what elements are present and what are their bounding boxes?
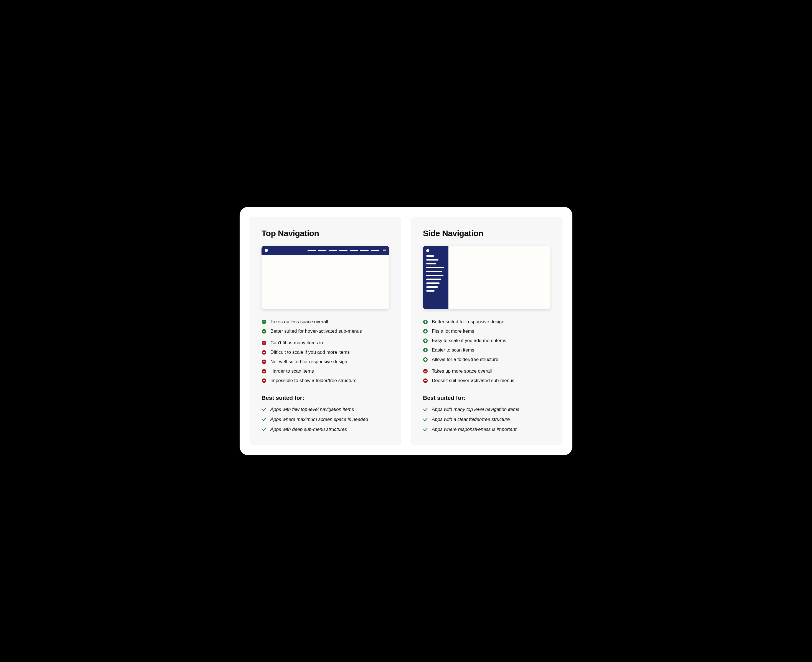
illustration-sidebar (423, 246, 448, 309)
pro-text: Takes up less space overall (270, 319, 328, 325)
con-text: Can't fit as many items in (270, 340, 323, 346)
best-suited-list: Apps with many top level navigation item… (423, 407, 550, 432)
best-suited-list: Apps with few top-level navigation items… (262, 407, 389, 432)
nav-item-placeholder (318, 250, 326, 251)
logo-dot-icon (265, 249, 268, 252)
best-item: Apps with few top-level navigation items (262, 407, 389, 412)
best-text: Apps where maximum screen space is neede… (270, 417, 368, 422)
pro-text: Allows for a folder/tree structure (432, 357, 498, 362)
minus-circle-icon (262, 341, 266, 345)
side-nav-illustration (423, 246, 550, 309)
pro-item: Takes up less space overall (262, 319, 389, 325)
con-text: Difficult to scale if you add more items (270, 350, 350, 355)
nav-item-placeholder (329, 250, 337, 251)
pro-item: Fits a lot more items (423, 328, 550, 334)
pros-group: Better suited for responsive design Fits… (423, 319, 550, 362)
hamburger-icon (383, 249, 386, 252)
best-item: Apps with many top level navigation item… (423, 407, 550, 412)
plus-circle-icon (423, 319, 428, 325)
con-item: Doesn't suit hover-activated sub-menus (423, 378, 550, 384)
nav-item-placeholder (426, 267, 444, 268)
best-item: Apps where responsiveness is important (423, 427, 550, 432)
best-text: Apps with few top-level navigation items (270, 407, 354, 412)
nav-item-placeholder (426, 278, 441, 280)
best-text: Apps where responsiveness is important (432, 427, 517, 432)
con-item: Difficult to scale if you add more items (262, 350, 389, 355)
cons-group: Can't fit as many items in Difficult to … (262, 340, 389, 384)
pro-item: Better suited for hover-activated sub-me… (262, 328, 389, 334)
top-navigation-card: Top Navigation Takes up less space (250, 217, 401, 445)
best-item: Apps with a clear folder/tree structure (423, 417, 550, 422)
side-navigation-card: Side Navigation Better sui (411, 217, 562, 445)
nav-item-placeholder (426, 263, 436, 264)
logo-dot-icon (426, 249, 429, 252)
pro-text: Better suited for hover-activated sub-me… (270, 328, 362, 334)
nav-item-placeholder (426, 259, 438, 260)
nav-item-placeholder (426, 283, 440, 284)
con-item: Impossible to show a folder/tree structu… (262, 378, 389, 384)
nav-item-placeholder (308, 250, 316, 251)
plus-circle-icon (262, 319, 266, 325)
pro-text: Better suited for responsive design (432, 319, 504, 325)
pro-text: Easier to scan items (432, 347, 474, 353)
nav-item-placeholder (426, 275, 443, 276)
illustration-navbar (262, 246, 389, 255)
svg-rect-9 (263, 371, 265, 371)
pros-group: Takes up less space overall Better suite… (262, 319, 389, 334)
illustration-body (262, 255, 389, 309)
pros-cons-list: Takes up less space overall Better suite… (262, 319, 389, 384)
minus-circle-icon (262, 350, 266, 355)
check-icon (262, 427, 266, 432)
con-text: Takes up more space overall (432, 368, 492, 374)
nav-item-placeholder (426, 286, 438, 288)
plus-circle-icon (423, 348, 428, 353)
minus-circle-icon (262, 378, 266, 383)
check-icon (262, 407, 266, 412)
pros-cons-list: Better suited for responsive design Fits… (423, 319, 550, 384)
con-item: Can't fit as many items in (262, 340, 389, 346)
svg-rect-5 (263, 352, 265, 353)
pro-text: Fits a lot more items (432, 328, 474, 334)
con-item: Takes up more space overall (423, 368, 550, 374)
svg-rect-20 (424, 381, 427, 381)
pro-text: Easy to scale if you add more items (432, 338, 506, 344)
best-item: Apps where maximum screen space is neede… (262, 417, 389, 422)
con-text: Doesn't suit hover-activated sub-menus (432, 378, 514, 384)
pro-item: Easy to scale if you add more items (423, 338, 550, 344)
svg-rect-11 (263, 381, 265, 381)
cons-group: Takes up more space overall Doesn't suit… (423, 368, 550, 384)
best-item: Apps with deep sub-menu structures (262, 427, 389, 432)
svg-rect-18 (424, 371, 427, 371)
con-text: Harder to scan items (270, 368, 314, 374)
nav-item-placeholder (360, 250, 369, 251)
card-title: Side Navigation (423, 229, 550, 238)
minus-circle-icon (423, 378, 428, 383)
minus-circle-icon (423, 369, 428, 374)
nav-item-placeholder (426, 271, 442, 272)
nav-item-placeholder (426, 255, 434, 257)
minus-circle-icon (262, 359, 266, 364)
best-text: Apps with a clear folder/tree structure (432, 417, 510, 422)
nav-item-placeholder (350, 250, 358, 251)
illustration-body (448, 246, 550, 309)
plus-circle-icon (423, 329, 428, 334)
check-icon (262, 417, 266, 422)
con-text: Impossible to show a folder/tree structu… (270, 378, 357, 384)
best-suited-heading: Best suited for: (262, 395, 389, 401)
svg-rect-7 (263, 362, 265, 362)
card-title: Top Navigation (262, 229, 389, 238)
plus-circle-icon (423, 338, 428, 343)
pro-item: Easier to scan items (423, 347, 550, 353)
best-suited-heading: Best suited for: (423, 395, 550, 401)
check-icon (423, 407, 428, 412)
pro-item: Better suited for responsive design (423, 319, 550, 325)
pro-item: Allows for a folder/tree structure (423, 357, 550, 362)
con-text: Not well suited for responsive design (270, 359, 347, 365)
svg-rect-3 (263, 343, 265, 343)
minus-circle-icon (262, 369, 266, 374)
plus-circle-icon (262, 329, 266, 334)
con-item: Harder to scan items (262, 368, 389, 374)
con-item: Not well suited for responsive design (262, 359, 389, 365)
top-nav-illustration (262, 246, 389, 309)
comparison-page: Top Navigation Takes up less space (240, 207, 572, 455)
